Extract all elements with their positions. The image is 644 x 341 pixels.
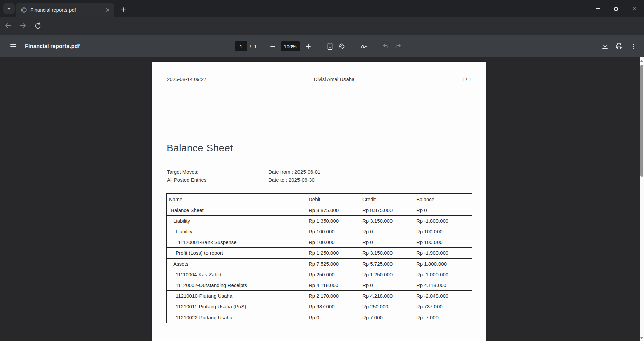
table-row: 11120002-Outstanding Receipts Rp 4.118.0…	[167, 280, 472, 291]
pdf-viewer-area[interactable]: 2025-08-14 09:27 Divisi Amal Usaha 1 / 1…	[0, 57, 644, 341]
table-row: 11210010-Piutang Usaha Rp 2.170.000 Rp 4…	[167, 291, 472, 301]
pdf-toolbar: Financial reports.pdf 1 / 1 100%	[0, 35, 644, 57]
pdf-separator	[319, 42, 319, 51]
print-icon[interactable]	[613, 40, 625, 52]
page-divider: /	[250, 44, 251, 49]
cell-balance: Rp 100.000	[414, 237, 472, 248]
cell-credit: Rp 0	[360, 280, 414, 291]
window-controls	[589, 0, 644, 17]
zoom-out-button[interactable]	[267, 40, 279, 52]
close-window-button[interactable]	[626, 0, 644, 17]
cell-balance: Rp -1.000.000	[414, 269, 472, 280]
cell-balance: Rp 100.000	[414, 226, 472, 237]
reload-button[interactable]	[31, 19, 44, 33]
cell-balance: Rp -1.800.000	[414, 216, 472, 226]
table-row: 11210022-Piutang Usaha Rp 0 Rp 7.000 Rp …	[167, 312, 472, 323]
pdf-separator	[375, 42, 375, 51]
cell-debit: Rp 0	[306, 312, 360, 323]
cell-balance: Rp 737.000	[414, 301, 472, 312]
cell-name: Balance Sheet	[167, 205, 306, 216]
pdf-more-options-icon[interactable]	[627, 40, 639, 52]
cell-name: 11210010-Piutang Usaha	[167, 291, 306, 301]
table-row: 11210011-Piutang Usaha (PoS) Rp 987.000 …	[167, 301, 472, 312]
cell-debit: Rp 1.250.000	[306, 248, 360, 259]
cell-name: 11120002-Outstanding Receipts	[167, 280, 306, 291]
cell-name: Liability	[167, 226, 306, 237]
cell-credit: Rp 3.150.000	[360, 216, 414, 226]
column-header: Name	[167, 194, 306, 205]
maximize-button[interactable]	[607, 0, 626, 17]
column-header: Credit	[360, 194, 414, 205]
globe-favicon-icon	[21, 7, 27, 13]
table-row: Balance Sheet Rp 8.875.000 Rp 8.875.000 …	[167, 205, 472, 216]
scroll-down-arrow[interactable]	[640, 337, 643, 339]
cell-credit: Rp 0	[360, 226, 414, 237]
cell-credit: Rp 8.875.000	[360, 205, 414, 216]
column-header: Balance	[414, 194, 472, 205]
report-meta: Target Moves: All Posted Entries Date fr…	[167, 168, 206, 184]
pdf-separator	[262, 42, 262, 51]
cell-name: Liability	[167, 216, 306, 226]
cell-balance: Rp 0	[414, 205, 472, 216]
table-row: 11120001-Bank Suspense Rp 100.000 Rp 0 R…	[167, 237, 472, 248]
cell-debit: Rp 250.000	[306, 269, 360, 280]
cell-debit: Rp 4.118.000	[306, 280, 360, 291]
pdf-menu-icon[interactable]	[7, 40, 20, 53]
cell-debit: Rp 100.000	[306, 226, 360, 237]
date-to: Date to : 2025-06-30	[268, 176, 320, 184]
cell-debit: Rp 8.875.000	[306, 205, 360, 216]
forward-button[interactable]	[16, 19, 30, 33]
annotate-button[interactable]	[358, 40, 370, 52]
cell-balance: Rp -1.900.000	[414, 248, 472, 259]
pdf-document-title: Financial reports.pdf	[25, 43, 80, 49]
report-title: Balance Sheet	[167, 142, 233, 154]
page-number-input[interactable]: 1	[235, 41, 247, 51]
cell-credit: Rp 7.000	[360, 312, 414, 323]
back-button[interactable]	[1, 19, 15, 33]
table-row: Liability Rp 1.350.000 Rp 3.150.000 Rp -…	[167, 216, 472, 226]
undo-button[interactable]	[380, 40, 392, 52]
column-header: Debit	[306, 194, 360, 205]
browser-window: Financial reports.pdf	[0, 0, 644, 341]
cell-name: 11210011-Piutang Usaha (PoS)	[167, 301, 306, 312]
minimize-button[interactable]	[589, 0, 607, 17]
report-page-indicator: 1 / 1	[462, 76, 471, 82]
browser-toolbar: File C:/Users/muhmm/Downloads/Financial%…	[0, 17, 644, 35]
table-row: 11110004-Kas Zahid Rp 250.000 Rp 1.250.0…	[167, 269, 472, 280]
cell-balance: Rp 4.118.000	[414, 280, 472, 291]
target-moves-value: All Posted Entries	[167, 176, 206, 184]
pdf-toolbar-right	[599, 35, 639, 58]
cell-debit: Rp 7.525.000	[306, 259, 360, 269]
pdf-controls: 1 / 1 100%	[235, 35, 404, 58]
table-header-row: NameDebitCreditBalance	[167, 194, 472, 205]
cell-credit: Rp 1.250.000	[360, 269, 414, 280]
vertical-scrollbar[interactable]	[640, 57, 644, 341]
fit-page-button[interactable]	[324, 40, 336, 52]
scroll-up-arrow[interactable]	[640, 60, 643, 62]
pdf-page: 2025-08-14 09:27 Divisi Amal Usaha 1 / 1…	[152, 62, 486, 341]
cell-credit: Rp 3.150.000	[360, 248, 414, 259]
balance-sheet-table: NameDebitCreditBalance Balance Sheet Rp …	[166, 193, 472, 323]
chevron-down-icon	[6, 6, 12, 11]
zoom-in-button[interactable]	[302, 40, 314, 52]
tab-close-button[interactable]	[104, 7, 111, 13]
page-total: 1	[254, 44, 257, 49]
table-row: Assets Rp 7.525.000 Rp 5.725.000 Rp 1.80…	[167, 259, 472, 269]
pdf-download-icon[interactable]	[599, 40, 611, 52]
scrollbar-thumb[interactable]	[640, 65, 643, 177]
cell-credit: Rp 250.000	[360, 301, 414, 312]
rotate-button[interactable]	[336, 40, 348, 52]
redo-button[interactable]	[392, 40, 404, 52]
active-tab[interactable]: Financial reports.pdf	[16, 3, 114, 17]
cell-credit: Rp 5.725.000	[360, 259, 414, 269]
tab-search-button[interactable]	[3, 3, 15, 14]
table-row: Liability Rp 100.000 Rp 0 Rp 100.000	[167, 226, 472, 237]
cell-name: Assets	[167, 259, 306, 269]
cell-credit: Rp 0	[360, 237, 414, 248]
cell-debit: Rp 987.000	[306, 301, 360, 312]
new-tab-button[interactable]	[118, 5, 128, 15]
zoom-level-input[interactable]: 100%	[281, 41, 300, 51]
target-moves-label: Target Moves:	[167, 168, 206, 176]
cell-debit: Rp 1.350.000	[306, 216, 360, 226]
cell-credit: Rp 4.218.000	[360, 291, 414, 301]
